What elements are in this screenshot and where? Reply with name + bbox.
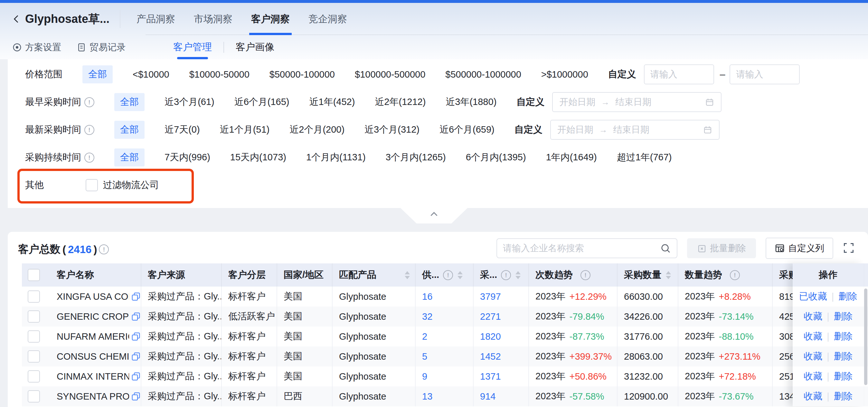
info-icon[interactable]: ! bbox=[443, 270, 453, 280]
filter-option[interactable]: 7天内(996) bbox=[164, 151, 210, 164]
favorite-link[interactable]: 已收藏 bbox=[799, 290, 827, 303]
price-all-chip[interactable]: 全部 bbox=[83, 65, 113, 84]
company-search-input[interactable]: 请输入企业名称搜索 bbox=[496, 238, 677, 258]
price-custom-label[interactable]: 自定义 bbox=[608, 68, 636, 81]
copy-icon[interactable] bbox=[131, 292, 141, 302]
latest-date-range-picker[interactable]: 开始日期 → 结束日期 bbox=[550, 120, 720, 140]
filter-option[interactable]: 近1个月(51) bbox=[220, 123, 270, 136]
filter-option[interactable]: <$10000 bbox=[133, 69, 169, 80]
fullscreen-button[interactable] bbox=[843, 242, 855, 254]
suppliers-count-link[interactable]: 16 bbox=[422, 291, 432, 302]
price-min-input[interactable]: 请输入 bbox=[644, 64, 714, 84]
delete-link[interactable]: 删除 bbox=[834, 310, 852, 323]
earliest-custom-label[interactable]: 自定义 bbox=[517, 96, 545, 108]
filter-option[interactable]: 近3个月(61) bbox=[164, 96, 214, 108]
filter-option[interactable]: 近2年(1212) bbox=[375, 96, 426, 108]
trade-records-button[interactable]: 贸易记录 bbox=[76, 35, 126, 59]
filter-option[interactable]: 6个月内(1395) bbox=[466, 151, 526, 164]
purchases-count-link[interactable]: 914 bbox=[480, 391, 495, 402]
info-icon[interactable]: ! bbox=[84, 97, 94, 107]
copy-icon[interactable] bbox=[131, 372, 141, 381]
batch-delete-button[interactable]: 批量删除 bbox=[687, 238, 756, 258]
delete-link[interactable]: 删除 bbox=[834, 330, 852, 343]
row-checkbox[interactable] bbox=[28, 331, 40, 343]
filter-option[interactable]: 近3年(1880) bbox=[445, 96, 496, 108]
favorite-link[interactable]: 收藏 bbox=[804, 330, 822, 343]
favorite-link[interactable]: 收藏 bbox=[804, 350, 822, 363]
custom-columns-button[interactable]: 自定义列 bbox=[766, 238, 833, 259]
row-checkbox[interactable] bbox=[28, 370, 40, 382]
filter-option[interactable]: 15天内(1073) bbox=[230, 151, 286, 164]
delete-link[interactable]: 删除 bbox=[834, 390, 852, 403]
filter-option[interactable]: 近6个月(165) bbox=[235, 96, 289, 108]
filter-option[interactable]: 超过1年(767) bbox=[617, 151, 672, 164]
vertical-scrollbar[interactable] bbox=[864, 288, 867, 385]
tab-market-insight[interactable]: 市场洞察 bbox=[194, 3, 232, 35]
purchases-count-link[interactable]: 1820 bbox=[480, 331, 501, 342]
purchases-count-link[interactable]: 1452 bbox=[480, 351, 501, 362]
row-checkbox[interactable] bbox=[28, 350, 40, 363]
copy-icon[interactable] bbox=[131, 352, 141, 361]
row-checkbox[interactable] bbox=[28, 390, 40, 403]
info-icon[interactable]: ! bbox=[84, 125, 94, 135]
sort-control[interactable] bbox=[405, 271, 410, 279]
filter-option[interactable]: 近7天(0) bbox=[164, 123, 200, 136]
tab-customer-insight[interactable]: 客户洞察 bbox=[251, 3, 290, 35]
subnav-customer-management[interactable]: 客户管理 bbox=[173, 35, 212, 59]
back-icon[interactable] bbox=[11, 14, 22, 24]
purchases-count-link[interactable]: 2271 bbox=[480, 311, 501, 322]
duration-all-chip[interactable]: 全部 bbox=[114, 149, 145, 166]
filter-option[interactable]: $100000-500000 bbox=[355, 69, 425, 80]
info-icon[interactable]: ! bbox=[581, 270, 590, 280]
info-icon[interactable]: ! bbox=[501, 270, 511, 280]
tab-product-insight[interactable]: 产品洞察 bbox=[136, 3, 175, 35]
filter-option[interactable]: 1个月内(1131) bbox=[306, 151, 366, 164]
earliest-date-range-picker[interactable]: 开始日期 → 结束日期 bbox=[552, 92, 721, 112]
purchases-count-link[interactable]: 3797 bbox=[480, 291, 501, 302]
delete-link[interactable]: 删除 bbox=[834, 370, 852, 383]
sort-control[interactable] bbox=[666, 271, 671, 279]
favorite-link[interactable]: 收藏 bbox=[804, 310, 822, 323]
copy-icon[interactable] bbox=[131, 392, 141, 401]
delete-link[interactable]: 删除 bbox=[838, 290, 857, 303]
filter-logistics-checkbox[interactable] bbox=[86, 179, 98, 191]
filter-option[interactable]: 近6个月(659) bbox=[439, 123, 495, 136]
suppliers-count-link[interactable]: 13 bbox=[422, 391, 432, 402]
filter-option[interactable]: $500000-1000000 bbox=[445, 69, 521, 80]
info-icon[interactable]: ! bbox=[730, 270, 740, 280]
search-icon[interactable] bbox=[660, 243, 671, 254]
filter-option[interactable]: $10000-50000 bbox=[189, 69, 250, 80]
purchases-count-link[interactable]: 1371 bbox=[480, 371, 501, 382]
plan-settings-button[interactable]: 方案设置 bbox=[12, 35, 61, 59]
favorite-link[interactable]: 收藏 bbox=[804, 390, 822, 403]
latest-all-chip[interactable]: 全部 bbox=[114, 121, 145, 139]
filter-logistics-label[interactable]: 过滤物流公司 bbox=[103, 179, 159, 192]
filter-option[interactable]: >$1000000 bbox=[541, 69, 588, 80]
suppliers-count-link[interactable]: 2 bbox=[422, 331, 427, 342]
info-icon[interactable]: ! bbox=[84, 153, 94, 163]
filter-option[interactable]: $50000-100000 bbox=[270, 69, 335, 80]
select-all-checkbox[interactable] bbox=[28, 269, 40, 281]
latest-custom-label[interactable]: 自定义 bbox=[515, 123, 542, 136]
filter-option[interactable]: 近3个月(312) bbox=[365, 123, 420, 136]
sort-control[interactable] bbox=[516, 271, 521, 279]
sort-control[interactable] bbox=[458, 271, 463, 279]
filter-option[interactable]: 近1年(452) bbox=[309, 96, 355, 108]
favorite-link[interactable]: 收藏 bbox=[804, 370, 822, 383]
price-max-input[interactable]: 请输入 bbox=[730, 64, 800, 84]
delete-link[interactable]: 删除 bbox=[834, 350, 852, 363]
collapse-filters-tab[interactable] bbox=[401, 208, 467, 223]
info-icon[interactable]: ! bbox=[99, 244, 109, 254]
copy-icon[interactable] bbox=[131, 312, 141, 321]
subnav-customer-profile[interactable]: 客户画像 bbox=[236, 35, 274, 59]
filter-option[interactable]: 1年内(1649) bbox=[546, 151, 597, 164]
suppliers-count-link[interactable]: 32 bbox=[422, 311, 432, 322]
suppliers-count-link[interactable]: 9 bbox=[422, 371, 427, 382]
row-checkbox[interactable] bbox=[28, 310, 40, 323]
suppliers-count-link[interactable]: 5 bbox=[422, 351, 427, 362]
filter-option[interactable]: 3个月内(1265) bbox=[386, 151, 446, 164]
row-checkbox[interactable] bbox=[28, 290, 40, 303]
filter-option[interactable]: 近2个月(200) bbox=[289, 123, 344, 136]
earliest-all-chip[interactable]: 全部 bbox=[114, 93, 145, 111]
tab-competitor-insight[interactable]: 竞企洞察 bbox=[308, 3, 347, 35]
